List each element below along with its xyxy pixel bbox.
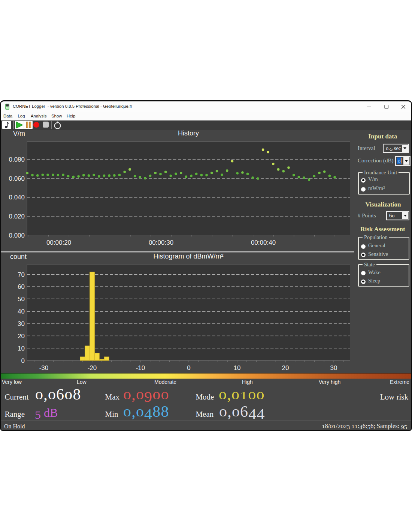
svg-text:0.000: 0.000 [9, 232, 25, 239]
svg-text:V/m: V/m [13, 130, 25, 137]
svg-text:00:00:30: 00:00:30 [149, 239, 173, 246]
svg-text:40: 40 [18, 308, 25, 315]
svg-text:0.080: 0.080 [9, 156, 25, 163]
svg-text:60: 60 [18, 283, 25, 290]
svg-text:0: 0 [187, 364, 190, 372]
svg-text:0.040: 0.040 [9, 194, 25, 201]
svg-text:-10: -10 [136, 364, 145, 372]
svg-text:30: 30 [330, 364, 337, 372]
svg-text:30: 30 [18, 320, 25, 327]
svg-text:History: History [178, 130, 199, 137]
svg-text:-20: -20 [88, 364, 97, 372]
svg-text:20: 20 [282, 364, 289, 372]
svg-text:50: 50 [18, 296, 25, 303]
svg-text:70: 70 [18, 271, 25, 278]
svg-text:10: 10 [234, 364, 241, 372]
svg-text:20: 20 [18, 333, 25, 340]
svg-text:count: count [10, 253, 27, 260]
svg-text:-30: -30 [39, 364, 49, 372]
svg-text:00:00:40: 00:00:40 [251, 239, 276, 246]
svg-text:0.060: 0.060 [9, 175, 25, 182]
svg-text:Histogram of dBmW/m²: Histogram of dBmW/m² [153, 253, 223, 260]
svg-text:0.020: 0.020 [9, 213, 25, 220]
svg-text:00:00:20: 00:00:20 [46, 239, 71, 246]
svg-text:10: 10 [18, 345, 25, 352]
svg-text:0: 0 [21, 357, 25, 364]
